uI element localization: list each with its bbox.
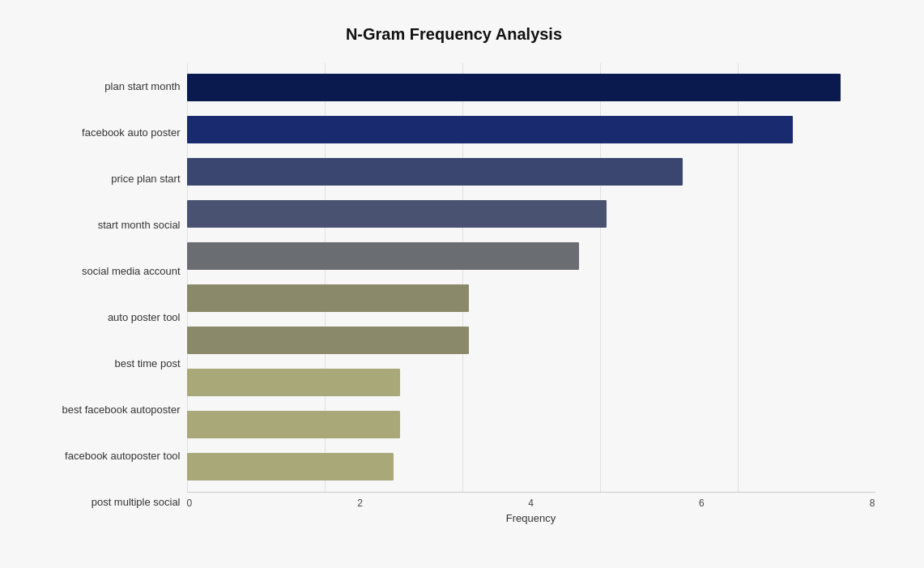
y-label: post multiple social [33,497,181,507]
bar-row [187,114,875,145]
chart-title: N-Gram Frequency Analysis [33,25,875,44]
bar-row [187,367,875,398]
bars-plot [187,63,875,492]
y-label: plan start month [33,81,181,92]
x-tick: 0 [187,498,193,509]
y-label: auto poster tool [33,312,181,322]
x-axis: 02468 Frequency [187,493,875,525]
bar-row [187,325,875,356]
x-tick: 6 [699,498,705,509]
x-axis-label: Frequency [187,512,875,524]
x-tick: 8 [870,498,875,509]
x-tick: 4 [528,498,534,509]
bar [187,200,607,228]
y-label: best time post [33,358,181,369]
bar [187,369,401,396]
bar [187,411,401,438]
y-label: social media account [33,266,181,276]
bar [187,284,470,312]
y-label: start month social [33,220,181,230]
y-label: price plan start [33,173,181,184]
bar [187,327,470,354]
bar [187,453,394,480]
x-tick: 2 [357,498,363,509]
bar-row [187,156,875,187]
bars-section: plan start monthfacebook auto posterpric… [33,63,875,525]
bar [187,158,683,186]
bar [187,74,841,101]
bar-row [187,241,875,271]
bar-row [187,451,875,482]
bar-row [187,72,875,103]
bar [187,242,580,270]
y-labels: plan start monthfacebook auto posterpric… [33,63,187,525]
chart-area: plan start monthfacebook auto posterpric… [33,63,875,525]
y-label: best facebook autoposter [33,404,181,415]
bars-and-xaxis: 02468 Frequency [187,63,875,525]
y-label: facebook auto poster [33,127,181,138]
bar-row [187,409,875,440]
bar-row [187,283,875,314]
y-label: facebook autoposter tool [33,451,181,461]
bar-row [187,199,875,229]
chart-container: N-Gram Frequency Analysis plan start mon… [17,9,908,560]
bar [187,116,793,143]
